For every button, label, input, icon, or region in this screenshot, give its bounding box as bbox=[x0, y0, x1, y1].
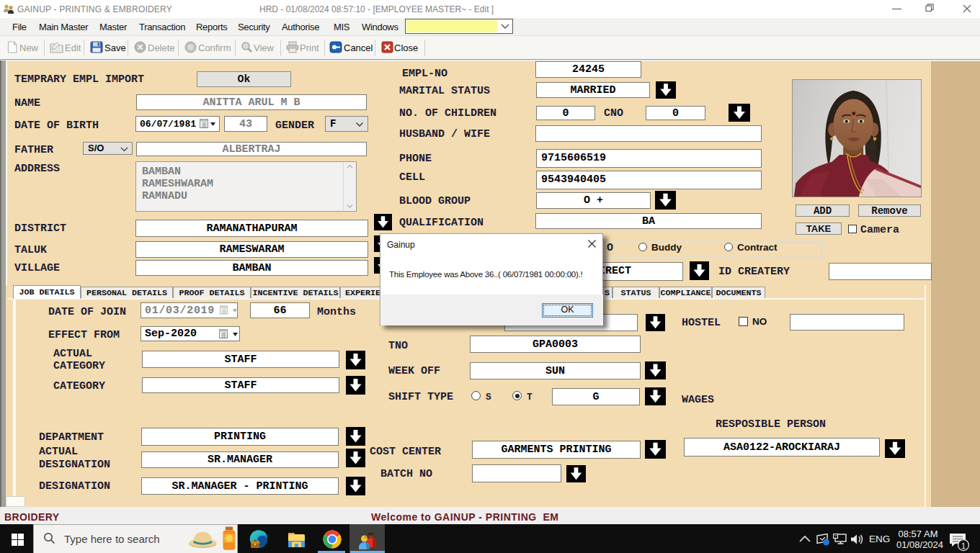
svg-text:1: 1 bbox=[961, 541, 966, 550]
